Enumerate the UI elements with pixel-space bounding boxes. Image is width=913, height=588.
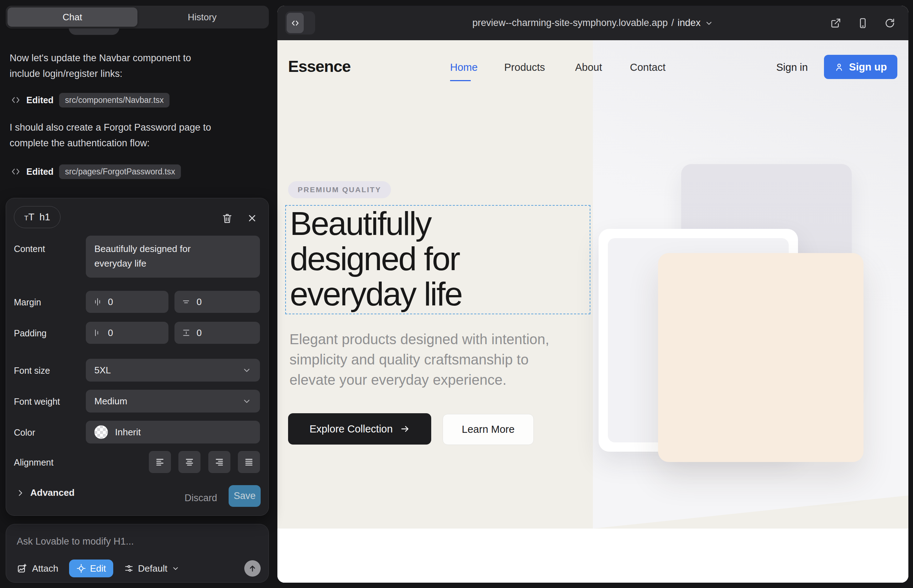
edit-label: Edit	[90, 563, 106, 574]
code-icon	[11, 95, 21, 105]
align-center-icon	[184, 457, 195, 467]
align-right-button[interactable]	[208, 451, 230, 473]
lovable-editor-app: Chat History Now let's update the Navbar…	[0, 0, 913, 588]
padding-x-value: 0	[108, 328, 113, 339]
url-path: index	[678, 18, 701, 29]
font-weight-value: Medium	[94, 396, 127, 407]
preview-frame: preview--charming-site-symphony.lovable.…	[277, 6, 908, 583]
chevron-down-icon	[242, 365, 251, 375]
edited-label: Edited	[26, 95, 53, 105]
delete-element-button[interactable]	[219, 210, 235, 226]
nav-active-underline	[450, 80, 471, 81]
margin-y-icon	[181, 297, 191, 307]
h1-selection-outline[interactable]: Beautifully designed for everyday life	[285, 205, 590, 314]
send-button[interactable]	[244, 560, 261, 577]
nav-link-home[interactable]: Home	[450, 61, 478, 73]
nav-link-contact[interactable]: Contact	[630, 61, 665, 73]
browser-actions	[830, 6, 895, 40]
default-mode-dropdown[interactable]: Default	[124, 563, 180, 574]
attach-button[interactable]: Attach	[17, 563, 58, 574]
align-justify-button[interactable]	[238, 451, 260, 473]
attach-image-icon	[17, 563, 28, 574]
url-bar[interactable]: preview--charming-site-symphony.lovable.…	[277, 6, 908, 40]
sign-up-button[interactable]: Sign up	[824, 55, 897, 79]
external-link-icon	[830, 18, 842, 29]
content-line: everyday life	[94, 256, 251, 271]
sliders-icon	[124, 564, 134, 573]
browser-toolbar: preview--charming-site-symphony.lovable.…	[277, 6, 908, 40]
alignment-label: Alignment	[14, 457, 53, 468]
preview-url: preview--charming-site-symphony.lovable.…	[473, 18, 668, 29]
hero-paragraph-line: simplicity and quality craftsmanship to	[290, 349, 549, 370]
learn-more-button[interactable]: Learn More	[443, 414, 534, 445]
chevron-down-icon	[242, 396, 251, 406]
padding-y-input[interactable]: 0	[175, 322, 260, 344]
hero-heading-line: everyday life	[290, 276, 462, 312]
hero-heading: Beautifully designed for everyday life	[290, 206, 462, 312]
mobile-preview-button[interactable]	[857, 18, 868, 29]
explore-collection-label: Explore Collection	[309, 423, 393, 435]
align-left-button[interactable]	[149, 451, 171, 473]
arrow-up-icon	[248, 564, 257, 573]
hero-section: Essence Home Products About Contact Sign…	[277, 40, 908, 528]
explore-collection-button[interactable]: Explore Collection	[288, 413, 431, 444]
advanced-toggle[interactable]: Advanced	[16, 487, 74, 498]
chat-message-line: complete the authentication flow:	[10, 135, 266, 151]
chat-message: I should also create a Forgot Password p…	[10, 120, 266, 151]
element-tag-pill[interactable]: TT h1	[14, 206, 60, 228]
hero-paragraph: Elegant products designed with intention…	[290, 329, 549, 390]
chevron-right-icon	[16, 489, 24, 497]
padding-y-value: 0	[197, 328, 202, 339]
hero-paragraph-line: elevate your everyday experience.	[290, 370, 549, 390]
composer-input[interactable]: Ask Lovable to modify H1...	[17, 536, 134, 547]
font-size-value: 5XL	[94, 365, 111, 376]
align-center-button[interactable]	[178, 451, 201, 473]
align-right-icon	[214, 457, 225, 467]
edited-file-row: Edited src/components/Navbar.tsx	[11, 92, 170, 108]
chat-message-line: I should also create a Forgot Password p…	[10, 120, 266, 135]
open-external-button[interactable]	[830, 18, 842, 29]
padding-y-icon	[181, 328, 191, 338]
premium-badge: PREMIUM QUALITY	[288, 181, 391, 198]
tab-history[interactable]: History	[138, 8, 267, 27]
refresh-button[interactable]	[884, 18, 895, 29]
trash-icon	[221, 212, 233, 224]
margin-x-value: 0	[108, 297, 113, 307]
padding-x-input[interactable]: 0	[86, 322, 168, 344]
save-button[interactable]: Save	[228, 485, 261, 507]
edit-mode-button[interactable]: Edit	[69, 559, 113, 577]
element-tag-name: h1	[39, 212, 50, 223]
close-panel-button[interactable]	[244, 210, 260, 226]
site-logo[interactable]: Essence	[288, 57, 351, 76]
nav-link-products[interactable]: Products	[504, 61, 545, 73]
tab-chat[interactable]: Chat	[8, 8, 138, 27]
font-size-label: Font size	[14, 365, 50, 376]
refresh-icon	[884, 18, 895, 29]
content-input[interactable]: Beautifully designed for everyday life	[86, 236, 260, 278]
edited-file-row: Edited src/pages/ForgotPassword.tsx	[11, 163, 181, 180]
font-weight-label: Font weight	[14, 396, 60, 407]
color-value: Inherit	[115, 427, 141, 438]
font-weight-select[interactable]: Medium	[86, 390, 260, 412]
font-size-select[interactable]: 5XL	[86, 359, 260, 381]
edited-file-chip[interactable]: src/components/Navbar.tsx	[59, 93, 169, 108]
sign-in-link[interactable]: Sign in	[776, 61, 808, 73]
chat-message-line: include login/register links:	[10, 66, 266, 81]
padding-label: Padding	[14, 328, 47, 339]
discard-button[interactable]: Discard	[185, 487, 217, 509]
chat-composer: Ask Lovable to modify H1... Attach Edit	[6, 524, 269, 583]
margin-y-input[interactable]: 0	[175, 291, 260, 313]
default-label: Default	[138, 563, 167, 574]
color-select[interactable]: Inherit	[86, 421, 260, 444]
target-icon	[76, 564, 86, 573]
nav-link-about[interactable]: About	[575, 61, 602, 73]
sidebar-tabbar: Chat History	[6, 6, 269, 29]
padding-x-icon	[93, 328, 102, 338]
margin-x-input[interactable]: 0	[86, 291, 168, 313]
attach-label: Attach	[32, 563, 58, 574]
margin-x-icon	[93, 297, 102, 307]
hero-image-placeholder-peach	[658, 253, 863, 462]
code-icon	[11, 166, 21, 176]
content-label: Content	[14, 244, 45, 254]
edited-file-chip[interactable]: src/pages/ForgotPassword.tsx	[59, 165, 181, 179]
